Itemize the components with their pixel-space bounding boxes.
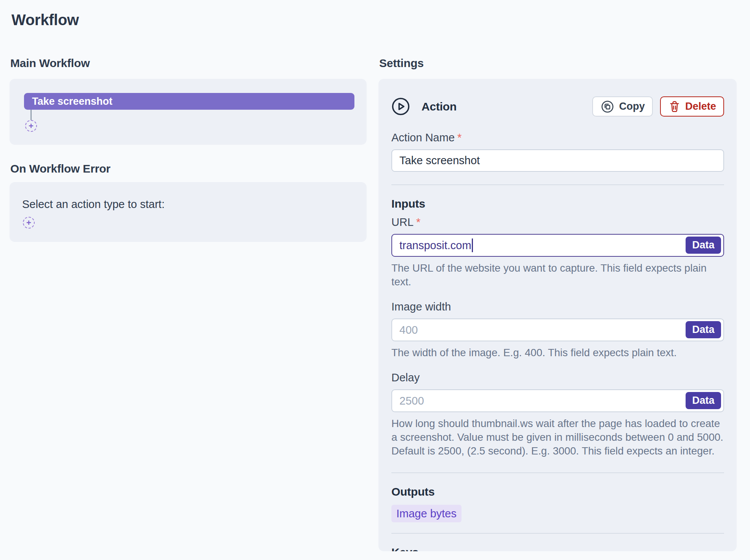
node-connector-line xyxy=(30,110,32,120)
add-error-action-button[interactable]: + xyxy=(23,217,35,229)
workflow-column: Main Workflow Take screenshot + On Workf… xyxy=(10,29,367,242)
add-action-button[interactable]: + xyxy=(25,120,37,132)
divider xyxy=(391,533,724,534)
copy-button-label: Copy xyxy=(619,101,645,112)
url-label: URL* xyxy=(391,215,724,229)
image-width-data-button[interactable]: Data xyxy=(686,321,721,338)
keys-heading: Keys xyxy=(391,546,724,551)
url-input-value: transposit.com xyxy=(399,239,471,252)
play-icon xyxy=(391,97,410,116)
delete-button[interactable]: Delete xyxy=(660,96,724,117)
settings-heading: Settings xyxy=(379,56,737,70)
copy-button[interactable]: Copy xyxy=(592,96,653,117)
text-cursor xyxy=(472,238,473,252)
workflow-node-label: Take screenshot xyxy=(32,96,112,107)
image-width-label: Image width xyxy=(391,300,724,314)
output-chip-image-bytes[interactable]: Image bytes xyxy=(391,505,462,522)
required-asterisk: * xyxy=(416,216,420,228)
url-data-button[interactable]: Data xyxy=(686,237,721,254)
image-width-field: Data xyxy=(391,318,724,341)
on-workflow-error-heading: On Workflow Error xyxy=(10,162,367,176)
delay-input[interactable] xyxy=(391,389,724,412)
delay-helper-text: How long should thumbnail.ws wait after … xyxy=(391,417,724,458)
image-width-input[interactable] xyxy=(391,318,724,341)
copy-icon xyxy=(600,99,615,114)
divider xyxy=(391,472,724,473)
workflow-node-take-screenshot[interactable]: Take screenshot xyxy=(24,93,354,110)
main-workflow-heading: Main Workflow xyxy=(10,56,367,70)
outputs-heading: Outputs xyxy=(391,485,724,499)
trash-icon xyxy=(668,100,681,114)
settings-column: Settings Action Copy xyxy=(378,29,737,551)
on-workflow-error-panel: Select an action type to start: + xyxy=(10,182,367,242)
content-columns: Main Workflow Take screenshot + On Workf… xyxy=(0,29,750,551)
delay-field: Data xyxy=(391,389,724,412)
settings-panel: Action Copy xyxy=(378,79,737,551)
plus-icon: + xyxy=(29,122,34,130)
url-input[interactable]: transposit.com xyxy=(391,234,724,257)
delay-data-button[interactable]: Data xyxy=(686,392,721,409)
page-title: Workflow xyxy=(11,11,750,29)
main-workflow-panel: Take screenshot + xyxy=(10,79,367,145)
url-helper-text: The URL of the website you want to captu… xyxy=(391,261,724,289)
required-asterisk: * xyxy=(457,131,462,144)
action-name-input[interactable] xyxy=(391,149,724,172)
divider xyxy=(391,184,724,185)
url-field: transposit.com Data xyxy=(391,234,724,257)
image-width-helper-text: The width of the image. E.g. 400. This f… xyxy=(391,346,724,360)
error-prompt-text: Select an action type to start: xyxy=(22,197,354,211)
delay-label: Delay xyxy=(391,371,724,384)
action-header: Action Copy xyxy=(391,96,724,117)
inputs-heading: Inputs xyxy=(391,197,724,211)
delete-button-label: Delete xyxy=(685,101,716,112)
action-title: Action xyxy=(421,100,457,113)
plus-icon: + xyxy=(26,219,31,227)
action-name-label: Action Name* xyxy=(391,131,724,144)
